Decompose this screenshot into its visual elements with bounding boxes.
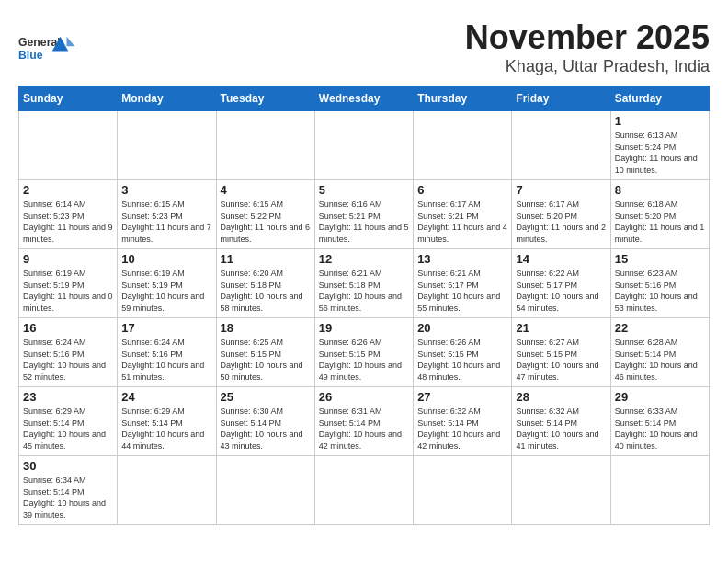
table-row xyxy=(512,111,610,180)
header-tuesday: Tuesday xyxy=(216,86,314,111)
table-row xyxy=(414,456,512,525)
header-monday: Monday xyxy=(118,86,216,111)
svg-text:General: General xyxy=(18,36,61,49)
day-info: Sunrise: 6:29 AM Sunset: 5:14 PM Dayligh… xyxy=(121,406,211,452)
table-row: 26Sunrise: 6:31 AM Sunset: 5:14 PM Dayli… xyxy=(314,387,413,456)
day-info: Sunrise: 6:24 AM Sunset: 5:16 PM Dayligh… xyxy=(23,337,113,383)
page-subtitle: Khaga, Uttar Pradesh, India xyxy=(465,57,710,76)
day-number: 9 xyxy=(23,252,113,266)
table-row: 18Sunrise: 6:25 AM Sunset: 5:15 PM Dayli… xyxy=(216,318,314,387)
calendar-week-row: 1Sunrise: 6:13 AM Sunset: 5:24 PM Daylig… xyxy=(19,111,710,180)
header-friday: Friday xyxy=(512,86,610,111)
table-row: 19Sunrise: 6:26 AM Sunset: 5:15 PM Dayli… xyxy=(314,318,413,387)
table-row: 12Sunrise: 6:21 AM Sunset: 5:18 PM Dayli… xyxy=(314,249,413,318)
day-info: Sunrise: 6:24 AM Sunset: 5:16 PM Dayligh… xyxy=(121,337,211,383)
day-number: 24 xyxy=(121,390,211,404)
table-row: 8Sunrise: 6:18 AM Sunset: 5:20 PM Daylig… xyxy=(610,180,709,249)
calendar-week-row: 9Sunrise: 6:19 AM Sunset: 5:19 PM Daylig… xyxy=(19,249,710,318)
header: General Blue November 2025 Khaga, Uttar … xyxy=(18,18,710,76)
svg-text:Blue: Blue xyxy=(18,49,43,62)
table-row: 6Sunrise: 6:17 AM Sunset: 5:21 PM Daylig… xyxy=(414,180,512,249)
day-info: Sunrise: 6:21 AM Sunset: 5:17 PM Dayligh… xyxy=(417,268,507,314)
calendar-header-row: Sunday Monday Tuesday Wednesday Thursday… xyxy=(19,86,710,111)
table-row: 17Sunrise: 6:24 AM Sunset: 5:16 PM Dayli… xyxy=(118,318,216,387)
table-row: 28Sunrise: 6:32 AM Sunset: 5:14 PM Dayli… xyxy=(512,387,610,456)
day-number: 14 xyxy=(516,252,606,266)
day-info: Sunrise: 6:21 AM Sunset: 5:18 PM Dayligh… xyxy=(319,268,409,314)
table-row: 27Sunrise: 6:32 AM Sunset: 5:14 PM Dayli… xyxy=(414,387,512,456)
day-number: 11 xyxy=(221,252,311,266)
day-info: Sunrise: 6:29 AM Sunset: 5:14 PM Dayligh… xyxy=(23,406,113,452)
day-info: Sunrise: 6:27 AM Sunset: 5:15 PM Dayligh… xyxy=(516,337,606,383)
table-row xyxy=(216,111,314,180)
table-row xyxy=(414,111,512,180)
table-row: 2Sunrise: 6:14 AM Sunset: 5:23 PM Daylig… xyxy=(19,180,118,249)
table-row: 30Sunrise: 6:34 AM Sunset: 5:14 PM Dayli… xyxy=(19,456,118,525)
table-row: 14Sunrise: 6:22 AM Sunset: 5:17 PM Dayli… xyxy=(512,249,610,318)
day-number: 4 xyxy=(221,183,311,197)
day-number: 6 xyxy=(417,183,507,197)
page-title: November 2025 xyxy=(465,18,710,57)
header-wednesday: Wednesday xyxy=(314,86,413,111)
table-row xyxy=(118,111,216,180)
day-number: 1 xyxy=(615,114,705,128)
table-row: 11Sunrise: 6:20 AM Sunset: 5:18 PM Dayli… xyxy=(216,249,314,318)
day-info: Sunrise: 6:16 AM Sunset: 5:21 PM Dayligh… xyxy=(319,199,409,245)
calendar-week-row: 16Sunrise: 6:24 AM Sunset: 5:16 PM Dayli… xyxy=(19,318,710,387)
day-info: Sunrise: 6:33 AM Sunset: 5:14 PM Dayligh… xyxy=(615,406,705,452)
table-row: 7Sunrise: 6:17 AM Sunset: 5:20 PM Daylig… xyxy=(512,180,610,249)
table-row: 10Sunrise: 6:19 AM Sunset: 5:19 PM Dayli… xyxy=(118,249,216,318)
title-area: November 2025 Khaga, Uttar Pradesh, Indi… xyxy=(465,18,710,76)
day-info: Sunrise: 6:17 AM Sunset: 5:20 PM Dayligh… xyxy=(516,199,606,245)
day-info: Sunrise: 6:20 AM Sunset: 5:18 PM Dayligh… xyxy=(221,268,311,314)
table-row: 23Sunrise: 6:29 AM Sunset: 5:14 PM Dayli… xyxy=(19,387,118,456)
day-number: 2 xyxy=(23,183,113,197)
day-info: Sunrise: 6:17 AM Sunset: 5:21 PM Dayligh… xyxy=(417,199,507,245)
table-row xyxy=(512,456,610,525)
day-number: 19 xyxy=(319,321,409,335)
table-row xyxy=(314,111,413,180)
day-number: 18 xyxy=(221,321,311,335)
day-info: Sunrise: 6:25 AM Sunset: 5:15 PM Dayligh… xyxy=(221,337,311,383)
day-number: 23 xyxy=(23,390,113,404)
day-number: 22 xyxy=(615,321,705,335)
day-number: 30 xyxy=(23,459,113,473)
day-number: 26 xyxy=(319,390,409,404)
day-number: 25 xyxy=(221,390,311,404)
day-number: 10 xyxy=(121,252,211,266)
day-number: 3 xyxy=(121,183,211,197)
table-row: 9Sunrise: 6:19 AM Sunset: 5:19 PM Daylig… xyxy=(19,249,118,318)
day-number: 13 xyxy=(417,252,507,266)
logo-svg: General Blue xyxy=(18,28,83,74)
table-row: 3Sunrise: 6:15 AM Sunset: 5:23 PM Daylig… xyxy=(118,180,216,249)
table-row: 15Sunrise: 6:23 AM Sunset: 5:16 PM Dayli… xyxy=(610,249,709,318)
table-row xyxy=(118,456,216,525)
table-row: 1Sunrise: 6:13 AM Sunset: 5:24 PM Daylig… xyxy=(610,111,709,180)
day-number: 29 xyxy=(615,390,705,404)
calendar-week-row: 23Sunrise: 6:29 AM Sunset: 5:14 PM Dayli… xyxy=(19,387,710,456)
svg-marker-3 xyxy=(67,37,75,47)
day-info: Sunrise: 6:14 AM Sunset: 5:23 PM Dayligh… xyxy=(23,199,113,245)
day-number: 27 xyxy=(417,390,507,404)
day-info: Sunrise: 6:15 AM Sunset: 5:22 PM Dayligh… xyxy=(221,199,311,245)
day-number: 12 xyxy=(319,252,409,266)
day-number: 7 xyxy=(516,183,606,197)
day-info: Sunrise: 6:19 AM Sunset: 5:19 PM Dayligh… xyxy=(121,268,211,314)
day-info: Sunrise: 6:13 AM Sunset: 5:24 PM Dayligh… xyxy=(615,130,705,176)
day-info: Sunrise: 6:26 AM Sunset: 5:15 PM Dayligh… xyxy=(417,337,507,383)
day-info: Sunrise: 6:32 AM Sunset: 5:14 PM Dayligh… xyxy=(417,406,507,452)
day-number: 15 xyxy=(615,252,705,266)
table-row: 20Sunrise: 6:26 AM Sunset: 5:15 PM Dayli… xyxy=(414,318,512,387)
day-info: Sunrise: 6:15 AM Sunset: 5:23 PM Dayligh… xyxy=(121,199,211,245)
day-info: Sunrise: 6:19 AM Sunset: 5:19 PM Dayligh… xyxy=(23,268,113,314)
header-thursday: Thursday xyxy=(414,86,512,111)
table-row: 16Sunrise: 6:24 AM Sunset: 5:16 PM Dayli… xyxy=(19,318,118,387)
day-info: Sunrise: 6:30 AM Sunset: 5:14 PM Dayligh… xyxy=(221,406,311,452)
table-row xyxy=(216,456,314,525)
day-info: Sunrise: 6:34 AM Sunset: 5:14 PM Dayligh… xyxy=(23,475,113,521)
day-info: Sunrise: 6:28 AM Sunset: 5:14 PM Dayligh… xyxy=(615,337,705,383)
table-row: 24Sunrise: 6:29 AM Sunset: 5:14 PM Dayli… xyxy=(118,387,216,456)
table-row: 4Sunrise: 6:15 AM Sunset: 5:22 PM Daylig… xyxy=(216,180,314,249)
table-row: 5Sunrise: 6:16 AM Sunset: 5:21 PM Daylig… xyxy=(314,180,413,249)
day-number: 21 xyxy=(516,321,606,335)
